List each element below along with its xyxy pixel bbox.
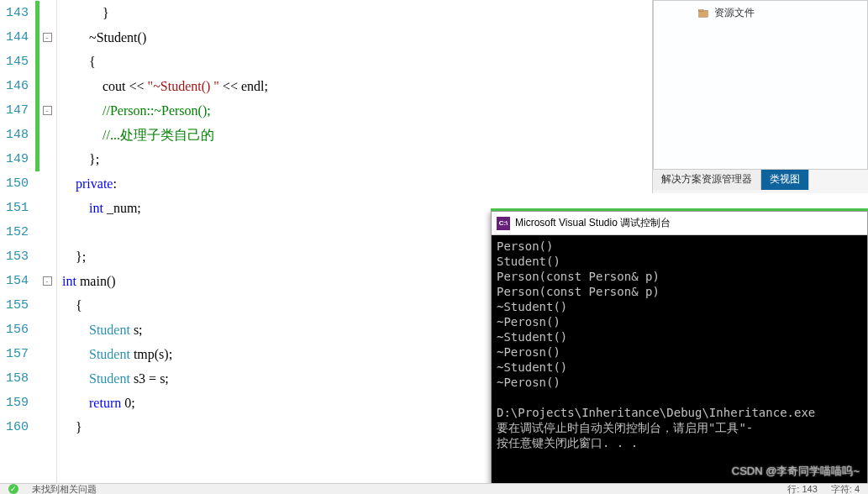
token-txt: s;: [130, 323, 143, 337]
token-txt: }: [103, 6, 109, 20]
status-bar: ✓ 未找到相关问题 行: 143 字符: 4: [0, 483, 868, 494]
solution-tree[interactable]: 资源文件: [653, 0, 868, 170]
code-line[interactable]: //...处理子类自己的: [57, 123, 651, 147]
change-marker: [35, 74, 39, 98]
line-number: 148: [0, 128, 34, 142]
console-line: ~Student(): [497, 360, 862, 375]
gutter-line: 155: [0, 293, 56, 318]
gutter-line: 151: [0, 196, 56, 220]
gutter-line: 148: [0, 123, 56, 147]
console-line: ~Perosn(): [497, 314, 862, 329]
line-number: 156: [0, 323, 34, 337]
change-marker: [35, 1, 39, 25]
console-line: Person(const Person& p): [497, 284, 862, 299]
console-title: Microsoft Visual Studio 调试控制台: [515, 216, 671, 230]
token-txt: {: [89, 55, 96, 69]
token-kw: int: [89, 201, 103, 215]
change-marker: [35, 171, 39, 196]
token-txt: :: [113, 176, 116, 191]
token-type: Student: [89, 347, 130, 361]
token-txt: };: [76, 250, 86, 264]
token-txt: main(): [76, 274, 116, 288]
console-line: ~Perosn(): [497, 375, 862, 390]
tab-class-view[interactable]: 类视图: [761, 170, 809, 190]
line-number: 147: [0, 103, 34, 118]
token-kw: int: [62, 274, 76, 288]
token-txt: cout <<: [103, 79, 148, 93]
code-line[interactable]: private:: [57, 171, 651, 196]
tab-solution-explorer[interactable]: 解决方案资源管理器: [653, 170, 761, 190]
gutter-line: 154-: [0, 269, 56, 293]
line-number: 158: [0, 371, 34, 386]
token-txt: };: [89, 152, 99, 166]
gutter-line: 144-: [0, 25, 56, 50]
console-output[interactable]: Person()Student()Person(const Person& p)…: [492, 235, 867, 454]
gutter-line: 146: [0, 74, 56, 98]
tree-item-resources[interactable]: 资源文件: [664, 6, 857, 20]
solution-explorer-panel: 资源文件 解决方案资源管理器 类视图: [652, 0, 868, 193]
change-marker: [35, 318, 39, 342]
change-marker: [35, 244, 39, 269]
line-number: 160: [0, 420, 34, 434]
console-line: 要在调试停止时自动关闭控制台，请启用"工具"-: [497, 420, 862, 435]
line-number: 151: [0, 201, 34, 215]
folder-icon: [697, 8, 709, 19]
change-marker: [35, 50, 39, 74]
watermark: CSDN @李奇同学喵喵呜~: [732, 464, 860, 479]
fold-toggle-icon[interactable]: -: [43, 276, 52, 286]
code-line[interactable]: }: [57, 1, 651, 25]
token-txt: }: [76, 420, 82, 434]
gutter-line: 150: [0, 171, 56, 196]
console-line: ~Student(): [497, 329, 862, 344]
gutter-line: 156: [0, 318, 56, 342]
gutter-line: 153: [0, 244, 56, 269]
token-txt: << endl;: [219, 79, 268, 93]
token-kw: return: [89, 396, 121, 410]
token-comment: //Person::~Person();: [103, 103, 211, 118]
token-type: Student: [89, 323, 130, 337]
svg-rect-1: [699, 9, 703, 11]
token-type: Student: [89, 371, 130, 386]
token-txt: 0;: [121, 396, 134, 410]
token-txt: s3 = s;: [130, 371, 169, 386]
console-titlebar[interactable]: C:\ Microsoft Visual Studio 调试控制台: [492, 212, 867, 235]
svg-rect-0: [699, 10, 708, 17]
change-marker: [35, 147, 39, 171]
token-txt: tmp(s);: [130, 347, 172, 361]
code-line[interactable]: {: [57, 50, 651, 74]
gutter-line: 149: [0, 147, 56, 171]
code-line[interactable]: };: [57, 147, 651, 171]
console-line: ~Student(): [497, 299, 862, 314]
panel-tabs: 解决方案资源管理器 类视图: [653, 170, 868, 190]
token-kw: private: [76, 176, 113, 191]
status-col: 字符: 4: [831, 483, 860, 494]
gutter-line: 152: [0, 220, 56, 244]
code-line[interactable]: ~Student(): [57, 25, 651, 50]
change-marker: [35, 366, 39, 391]
gutter-line: 159: [0, 391, 56, 415]
fold-column: -: [39, 106, 55, 115]
fold-column: -: [39, 33, 55, 42]
fold-column: -: [39, 276, 55, 286]
gutter-line: 145: [0, 50, 56, 74]
gutter-line: 143: [0, 1, 56, 25]
line-number: 159: [0, 396, 34, 410]
console-line: D:\Projects\Inheritance\Debug\Inheritanc…: [497, 405, 862, 420]
debug-console-window[interactable]: C:\ Microsoft Visual Studio 调试控制台 Person…: [491, 211, 868, 494]
status-issues: 未找到相关问题: [32, 483, 97, 494]
token-txt: ~Student(): [89, 30, 146, 45]
code-line[interactable]: cout << "~Student() " << endl;: [57, 74, 651, 98]
fold-toggle-icon[interactable]: -: [43, 106, 52, 115]
line-number: 157: [0, 347, 34, 361]
change-marker: [35, 342, 39, 366]
line-number: 153: [0, 250, 34, 264]
code-line[interactable]: //Person::~Person();: [57, 98, 651, 123]
fold-toggle-icon[interactable]: -: [43, 33, 52, 42]
change-marker: [35, 220, 39, 244]
change-marker: [35, 391, 39, 415]
line-number: 155: [0, 298, 34, 313]
token-txt: {: [76, 298, 82, 313]
gutter-line: 160: [0, 415, 56, 439]
token-str: "~Student() ": [148, 79, 219, 93]
gutter: 143144-145146147-148149150151152153154-1…: [0, 0, 57, 483]
